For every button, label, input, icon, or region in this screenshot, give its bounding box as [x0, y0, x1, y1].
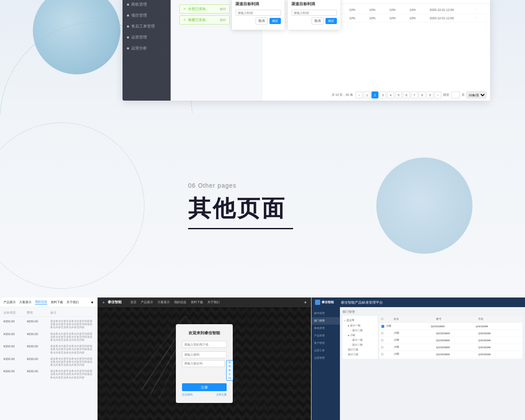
card1-avatar[interactable]: ● [91, 300, 94, 304]
page-jump-input[interactable] [451, 91, 460, 98]
page-4[interactable]: 4 [387, 91, 394, 98]
dialog-input-2[interactable] [291, 10, 337, 16]
card3-sidebar-customers[interactable]: 客户管理 [312, 340, 340, 347]
card3-tree-root[interactable]: ▾ 总公司 [344, 318, 376, 323]
login-captcha-row: 获取验证码 [182, 360, 227, 381]
card3-main: 部门管理 ▾ 总公司 ▾ 设计一组 [340, 307, 525, 420]
card1-nav-downloads[interactable]: 资料下载 [51, 300, 63, 304]
card3-sidebar-roles[interactable]: 角色管理 [312, 325, 340, 332]
card2-nav-products[interactable]: 产品展示 [141, 300, 153, 304]
dialog-cancel-2[interactable]: 取消 [312, 18, 324, 24]
card3-dt-row-3: ☐ 小明 Q42333999 Q4233399 [379, 337, 522, 344]
card2-nav-solutions[interactable]: 方案展示 [158, 300, 170, 304]
login-modal-title: 欢迎来到睿佳智能 [182, 330, 227, 336]
card3-logo-icon [315, 300, 320, 305]
card3-tree-subgroup[interactable]: ▾ 小组 [344, 333, 376, 338]
login-register-link[interactable]: 立即注册 [216, 393, 227, 397]
mockup-sidebar-item-2[interactable]: 项目管理› [122, 10, 171, 21]
dialog-channel-profit-1: 渠道目标利润 取消 确定 [232, 0, 284, 30]
mockup-sidebar-item-1[interactable]: 商机管理› [122, 0, 171, 10]
bottom-section: 产品展示 方案展示 我的信息 资料下载 关于我们 ● 业务类型 费用 备注 ¥2… [0, 298, 525, 420]
notif-success-2: 新建已添加。 撤销 [179, 15, 230, 24]
card1-table-row-2: ¥200.00 ¥200.00 该业务允许发言业务允许发言内容该业务允许发言业务… [4, 331, 94, 344]
card3-body: 账号管理 部门管理 角色管理 产品管理 客户管理 运营工单 运营管理 部门管理 [312, 307, 525, 420]
card2-menu-icon[interactable]: ● [304, 300, 307, 304]
card3-data-table: ☐ 姓名 帐号 手机 小明 Q42333999 Q4233399 [379, 316, 522, 359]
decorative-circle-middle [376, 158, 472, 254]
dialogs-container: 渠道目标利润 取消 确定 渠道目标利润 [232, 0, 340, 30]
card3-sidebar-accounts[interactable]: 账号管理 [312, 310, 340, 317]
card3-topbar-title: 睿佳智能产品标准管理平台 [341, 300, 383, 305]
dialog-confirm-2[interactable]: 确定 [326, 18, 337, 24]
screenshot-card-1: 产品展示 方案展示 我的信息 资料下载 关于我们 ● 业务类型 费用 备注 ¥2… [0, 298, 98, 420]
page-8[interactable]: 8 [419, 91, 426, 98]
card2-nav-downloads[interactable]: 资料下载 [191, 300, 203, 304]
mockup-sidebar-item-3[interactable]: 售后工单管理› [122, 21, 171, 32]
decorative-outline-middle [0, 122, 144, 289]
dialog-input-1[interactable] [235, 10, 281, 16]
card3-sidebar-workorders[interactable]: 运营工单 [312, 347, 340, 354]
card3-tree-design1[interactable]: ▾ 设计一组 [344, 323, 376, 328]
card2-nav-info[interactable]: 我的信息 [174, 300, 186, 304]
dialog-cancel-1[interactable]: 取消 [256, 18, 268, 24]
dialog-channel-profit-2: 渠道目标利润 取消 确定 [288, 0, 340, 30]
card3-tree-sub-design1[interactable]: - 设计一组 [344, 338, 376, 343]
page-1[interactable]: 1 [364, 91, 371, 98]
login-links: 忘记密码 立即注册 [182, 393, 227, 397]
page-next[interactable]: › [434, 91, 441, 98]
card1-nav-info[interactable]: 我的信息 [35, 300, 47, 304]
card3-row-1-checkbox[interactable] [381, 325, 385, 328]
login-forgot-link[interactable]: 忘记密码 [182, 393, 192, 397]
page-5[interactable]: 5 [395, 91, 402, 98]
card3-content: 睿佳智能 睿佳智能产品标准管理平台 账号管理 部门管理 角色管理 产品管理 客户… [312, 298, 525, 420]
mockup-pagination: 共 10 页，60 条 ‹ 1 2 3 4 5 6 7 8 9 › 跳至 [332, 91, 486, 98]
card1-table-area: 业务类型 费用 备注 ¥200.00 ¥200.00 该业务允许发言业务允许发言… [0, 307, 97, 385]
card1-table-header: 业务类型 费用 备注 [4, 311, 94, 317]
page-size-select[interactable]: 10条/页 20条/页 [466, 91, 486, 98]
card3-tree-sub-design2[interactable]: - 设计二组 [344, 343, 376, 347]
card3-tree-design3a[interactable]: 设计三组 [344, 347, 376, 352]
login-get-captcha-btn[interactable]: 获取验证码 [226, 360, 233, 381]
mockup-sidebar-item-4[interactable]: 运营管理› [122, 32, 171, 43]
mockup-main: 分类已添加。 撤销 新建已添加。 撤销 渠道目标利润 [171, 0, 490, 101]
card2-bg: 欢迎来到睿佳智能 获取验证码 注册 忘记密码 立即注册 [98, 307, 311, 420]
card3-dt-header: ☐ 姓名 帐号 手机 [379, 316, 522, 323]
page-7[interactable]: 7 [411, 91, 418, 98]
screenshot-card-2: ▲ 睿佳智能 首页 产品展示 方案展示 我的信息 资料下载 关于我们 ● [98, 298, 312, 420]
card2-topbar: ▲ 睿佳智能 首页 产品展示 方案展示 我的信息 资料下载 关于我们 ● [98, 298, 311, 307]
login-captcha-input[interactable] [182, 360, 225, 367]
card3-sidebar-operations[interactable]: 运营管理 [312, 354, 340, 362]
card3-tree-design2[interactable]: - 设计二组 [344, 328, 376, 333]
card1-topbar: 产品展示 方案展示 我的信息 资料下载 关于我们 ● [0, 298, 97, 307]
card1-nav-products[interactable]: 产品展示 [4, 300, 16, 304]
card3-dt-row-5: ☐ 小明 Q42333999 Q4233399 [379, 351, 522, 358]
notif-success-1: 分类已添加。 撤销 [179, 4, 230, 14]
page-3[interactable]: 3 [379, 91, 386, 98]
page-6[interactable]: 6 [403, 91, 410, 98]
card2-login-modal: 欢迎来到睿佳智能 获取验证码 注册 忘记密码 立即注册 [176, 324, 233, 403]
mockup-sidebar-item-5[interactable]: 运营分析› [122, 43, 171, 54]
page-prev[interactable]: ‹ [356, 91, 363, 98]
login-submit-btn[interactable]: 注册 [182, 383, 227, 391]
page-9[interactable]: 9 [427, 91, 434, 98]
card1-nav-about[interactable]: 关于我们 [66, 300, 79, 304]
page-2[interactable]: 2 [371, 91, 378, 98]
card1-nav-solutions[interactable]: 方案展示 [19, 300, 32, 304]
card3-logo: 睿佳智能 [315, 300, 334, 305]
mockup-sidebar: 商机管理› 项目管理› 售后工单管理› 运营管理› 运营分析› [122, 0, 171, 101]
card1-table-row-3: ¥200.00 ¥200.00 该业务允许发言业务允许发言内容该业务允许发言业务… [4, 343, 94, 356]
card2-nav-about[interactable]: 关于我们 [207, 300, 220, 304]
section-title-underline [188, 228, 293, 229]
card3-sidebar-products[interactable]: 产品管理 [312, 332, 340, 340]
card2-nav-home[interactable]: 首页 [130, 300, 136, 304]
dialog-confirm-1[interactable]: 确定 [270, 18, 281, 24]
card1-table-row-4: ¥200.00 ¥200.00 该业务允许发言业务允许发言内容该业务允许发言业务… [4, 356, 94, 369]
section-label: 06 Other pages 其他页面 [188, 182, 293, 229]
card3-sidebar-dept[interactable]: 部门管理 [312, 317, 340, 325]
mockup-panel: 商机管理› 项目管理› 售后工单管理› 运营管理› 运营分析› [122, 0, 490, 101]
login-password-input[interactable] [182, 351, 227, 358]
login-username-input[interactable] [182, 341, 227, 348]
card3-dt-row-2: ☐ 小明 Q42333999 Q4233399 [379, 330, 522, 337]
card3-tree-design3b[interactable]: 设计三组 [344, 352, 376, 357]
card3-table-container: ▾ 总公司 ▾ 设计一组 - 设计二组 ▾ [343, 316, 522, 359]
